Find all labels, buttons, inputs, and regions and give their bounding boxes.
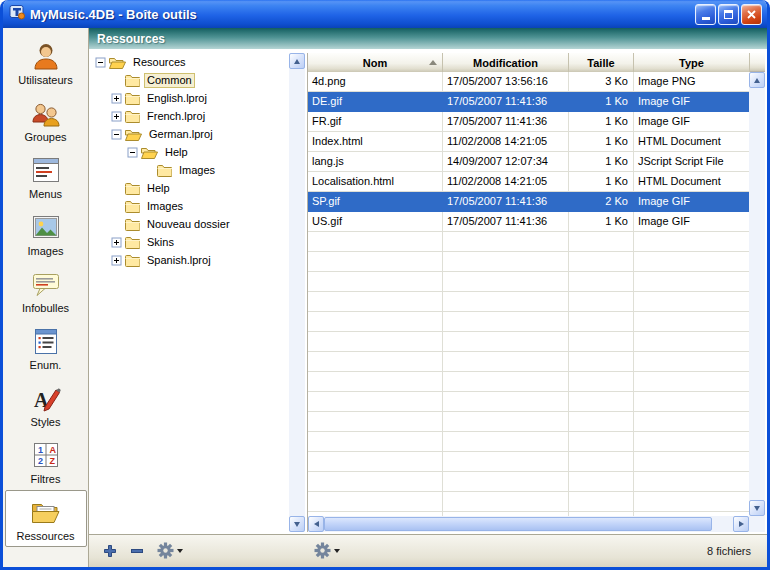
sidebar-item-ressources[interactable]: Ressources [5, 490, 87, 547]
expand-plus-icon[interactable] [111, 93, 122, 104]
tree-item-label: Skins [144, 235, 177, 250]
sidebar-item-utilisateurs[interactable]: Utilisateurs [5, 34, 87, 91]
folder-icon [125, 110, 140, 123]
collapse-minus-icon[interactable] [111, 129, 122, 140]
sidebar-item-label: Menus [29, 188, 62, 200]
filter-grid-icon: 1A2Z [31, 439, 61, 471]
app-window: MyMusic.4DB - Boîte outils UtilisateursG… [0, 0, 770, 570]
content-area: ResourcesCommonEnglish.lprojFrench.lproj… [89, 49, 767, 534]
maximize-button[interactable] [718, 4, 739, 25]
sidebar-item-menus[interactable]: Menus [5, 148, 87, 205]
tree-item-label: Common [144, 73, 195, 88]
add-button[interactable] [103, 544, 117, 558]
scroll-right-button[interactable] [733, 516, 749, 532]
file-row[interactable]: 4d.png17/05/2007 13:56:163 KoImage PNG [308, 72, 749, 92]
table-horizontal-scrollbar[interactable] [308, 516, 749, 532]
table-vertical-scrollbar[interactable] [749, 72, 765, 516]
column-header-taille[interactable]: Taille [569, 53, 634, 72]
group-icon [31, 97, 61, 129]
file-size: 1 Ko [569, 212, 634, 232]
sidebar-item-groupes[interactable]: Groupes [5, 91, 87, 148]
tree-item-label: Images [144, 199, 186, 214]
tree-vertical-scrollbar[interactable] [289, 53, 305, 532]
expand-plus-icon[interactable] [111, 111, 122, 122]
styles-brush-icon: A [31, 382, 61, 414]
file-row[interactable]: US.gif17/05/2007 11:41:361 KoImage GIF [308, 212, 749, 232]
sidebar-item-images[interactable]: Images [5, 205, 87, 262]
file-row[interactable]: Index.html11/02/2008 14:21:051 KoHTML Do… [308, 132, 749, 152]
scrollbar-track[interactable] [749, 88, 765, 500]
expand-plus-icon[interactable] [111, 237, 122, 248]
maximize-icon [724, 10, 733, 19]
file-row[interactable]: lang.js14/09/2007 12:07:341 KoJScript Sc… [308, 152, 749, 172]
folder-icon [125, 254, 140, 267]
sidebar-item-label: Enum. [30, 359, 62, 371]
tree-item[interactable]: French.lproj [91, 107, 289, 125]
file-modified: 17/05/2007 13:56:16 [443, 72, 569, 92]
file-name: DE.gif [308, 92, 443, 112]
arrow-right-icon [739, 521, 744, 527]
sidebar-item-styles[interactable]: AStyles [5, 376, 87, 433]
tree-item-label: German.lproj [146, 127, 216, 142]
collapse-minus-icon[interactable] [127, 147, 138, 158]
sidebar-item-label: Styles [31, 416, 61, 428]
scroll-left-button[interactable] [308, 516, 324, 532]
tree-item[interactable]: Common [91, 71, 289, 89]
scroll-down-button[interactable] [289, 516, 305, 532]
tree-item[interactable]: Nouveau dossier [91, 215, 289, 233]
svg-text:1: 1 [38, 444, 43, 454]
tree-item[interactable]: German.lproj [91, 125, 289, 143]
actions-menu-button[interactable] [157, 542, 183, 561]
tree-item[interactable]: Help [91, 143, 289, 161]
folder-icon [125, 236, 140, 249]
tree-item[interactable]: Images [91, 161, 289, 179]
gear-icon [314, 542, 331, 561]
scroll-up-button[interactable] [749, 72, 765, 88]
file-size: 1 Ko [569, 152, 634, 172]
file-type: HTML Document [634, 132, 749, 152]
file-row[interactable]: DE.gif17/05/2007 11:41:361 KoImage GIF [308, 92, 749, 112]
scrollbar-track[interactable] [712, 516, 733, 532]
tree-item[interactable]: Spanish.lproj [91, 251, 289, 269]
file-type: Image GIF [634, 112, 749, 132]
file-row[interactable]: FR.gif17/05/2007 11:41:361 KoImage GIF [308, 112, 749, 132]
tree-item[interactable]: Resources [91, 53, 289, 71]
tree-item[interactable]: Skins [91, 233, 289, 251]
tree-item[interactable]: Help [91, 179, 289, 197]
folder-icon [125, 218, 140, 231]
sidebar-item-infobulles[interactable]: Infobulles [5, 262, 87, 319]
column-header-modification[interactable]: Modification [443, 53, 569, 72]
scroll-up-button[interactable] [289, 53, 305, 69]
sidebar-item-filtres[interactable]: 1A2ZFiltres [5, 433, 87, 490]
tree-item[interactable]: Images [91, 197, 289, 215]
file-size: 3 Ko [569, 72, 634, 92]
svg-text:Z: Z [49, 456, 55, 466]
file-size: 1 Ko [569, 92, 634, 112]
scrollbar-corner [749, 516, 765, 532]
sidebar-item-label: Utilisateurs [18, 74, 72, 86]
section-title: Ressources [97, 32, 165, 46]
file-name: lang.js [308, 152, 443, 172]
scrollbar-thumb[interactable] [324, 517, 712, 531]
file-row[interactable]: Localisation.html11/02/2008 14:21:051 Ko… [308, 172, 749, 192]
folder-open-icon [141, 146, 158, 159]
close-icon [747, 10, 756, 19]
folder-icon [125, 200, 140, 213]
remove-button[interactable] [130, 544, 144, 558]
collapse-minus-icon[interactable] [95, 57, 106, 68]
expand-plus-icon[interactable] [111, 255, 122, 266]
tree-item-label: French.lproj [144, 109, 208, 124]
tree-item[interactable]: English.lproj [91, 89, 289, 107]
scroll-down-button[interactable] [749, 500, 765, 516]
close-button[interactable] [741, 4, 762, 25]
options-menu-button[interactable] [314, 542, 340, 561]
column-header-label: Nom [363, 57, 387, 69]
header-filler [750, 53, 765, 71]
tree-item-label: Help [144, 181, 173, 196]
column-header-type[interactable]: Type [634, 53, 750, 72]
minimize-button[interactable] [695, 4, 716, 25]
scrollbar-track[interactable] [289, 69, 305, 516]
file-row[interactable]: SP.gif17/05/2007 11:41:362 KoImage GIF [308, 192, 749, 212]
sidebar-item-enum[interactable]: Enum. [5, 319, 87, 376]
column-header-nom[interactable]: Nom [308, 53, 443, 72]
